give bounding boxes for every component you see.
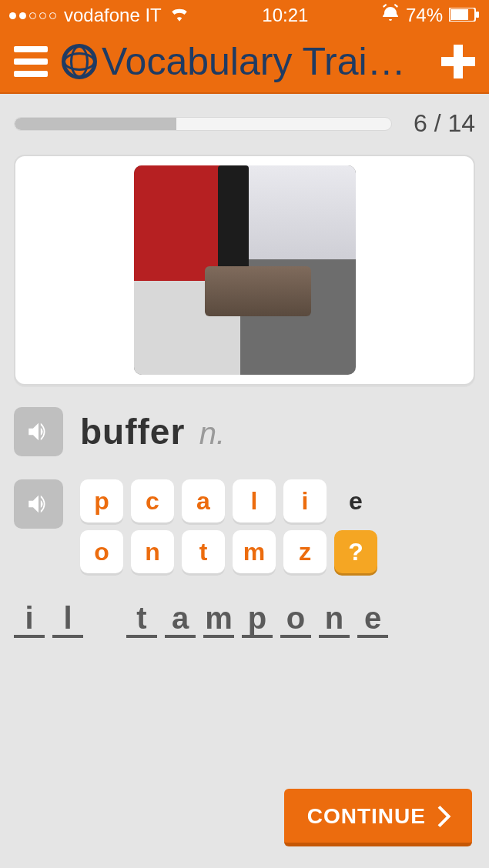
answer-slot: m <box>203 603 234 638</box>
play-answer-audio-button[interactable] <box>14 479 63 529</box>
progress-label: 6 / 14 <box>414 109 475 138</box>
image-card <box>14 155 475 386</box>
headword-block: buffer n. <box>80 411 225 452</box>
wifi-icon <box>169 5 189 26</box>
add-icon[interactable] <box>441 45 475 78</box>
answer-slot: n <box>319 603 350 638</box>
svg-rect-2 <box>476 12 479 18</box>
letter-tile[interactable]: n <box>131 530 174 573</box>
reveal-tile[interactable]: ? <box>334 530 377 573</box>
letter-tile[interactable]: l <box>233 479 276 522</box>
svg-rect-1 <box>450 9 468 20</box>
menu-icon[interactable] <box>14 46 48 77</box>
answer-slot: p <box>242 603 273 638</box>
battery-percent: 74% <box>406 5 443 26</box>
letter-tile[interactable]: z <box>283 530 327 573</box>
vocab-image <box>134 165 356 375</box>
answer-slots: iltampone <box>14 603 475 638</box>
letter-tile[interactable]: t <box>182 530 225 573</box>
content-area: 6 / 14 buffer n. pcalieontmz? iltampone <box>0 94 489 653</box>
headword: buffer <box>80 412 185 452</box>
signal-dots-icon <box>9 12 56 19</box>
chevron-right-icon <box>437 806 452 827</box>
word-gap <box>91 603 119 638</box>
letter-tile[interactable]: i <box>283 479 327 522</box>
answer-slot: a <box>165 603 196 638</box>
continue-button[interactable]: CONTINUE <box>284 789 472 846</box>
part-of-speech: n. <box>199 416 225 450</box>
battery-icon <box>449 5 480 26</box>
status-bar: vodafone IT 10:21 74% <box>0 0 489 31</box>
app-logo-icon <box>62 44 97 79</box>
letter-tile[interactable]: p <box>80 479 123 522</box>
letter-tile[interactable]: o <box>80 530 123 573</box>
progress-bar <box>14 117 392 131</box>
clock-label: 10:21 <box>262 5 308 26</box>
letter-tile[interactable]: a <box>182 479 225 522</box>
progress-fill <box>15 118 176 130</box>
answer-slot: l <box>52 603 83 638</box>
letter-tile[interactable]: c <box>131 479 174 522</box>
letter-tile[interactable]: e <box>334 479 377 522</box>
app-header: Vocabulary Trai… <box>0 31 489 94</box>
carrier-label: vodafone IT <box>64 5 162 26</box>
continue-label: CONTINUE <box>307 804 426 829</box>
answer-slot: i <box>14 603 45 638</box>
play-word-audio-button[interactable] <box>14 407 63 456</box>
progress-row: 6 / 14 <box>14 109 475 138</box>
app-title: Vocabulary Trai… <box>102 39 406 84</box>
alarm-icon <box>381 4 400 27</box>
answer-slot: o <box>280 603 311 638</box>
letter-tile[interactable]: m <box>233 530 276 573</box>
answer-slot: e <box>357 603 388 638</box>
letter-tiles: pcalieontmz? <box>80 479 382 573</box>
answer-slot: t <box>126 603 157 638</box>
